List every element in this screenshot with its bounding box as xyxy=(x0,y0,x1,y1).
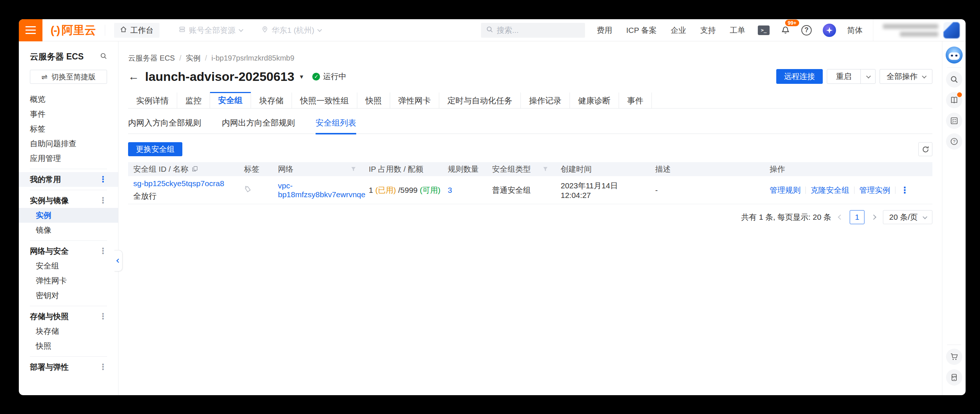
user-avatar[interactable] xyxy=(943,22,960,38)
dock-search-icon[interactable] xyxy=(946,71,962,88)
dock-help-icon[interactable]: ? xyxy=(946,133,962,150)
dock-cart-icon[interactable] xyxy=(946,349,962,365)
subtab-outbound-rules[interactable]: 内网出方向全部规则 xyxy=(222,118,295,134)
nav-link-billing[interactable]: 费用 xyxy=(597,25,612,35)
breadcrumb-ecs[interactable]: 云服务器 ECS xyxy=(128,53,175,63)
language-switch[interactable]: 简体 xyxy=(847,25,862,35)
cloudshell-icon[interactable]: >_ xyxy=(758,25,770,35)
sidebar-item-app-management[interactable]: 应用管理 xyxy=(19,151,118,166)
row-more-dots-icon[interactable]: ⋮ xyxy=(900,186,909,194)
svg-text:?: ? xyxy=(953,139,955,144)
more-dots-icon[interactable]: ⋮ xyxy=(99,196,107,205)
more-dots-icon[interactable]: ⋮ xyxy=(99,175,107,183)
tab-monitoring[interactable]: 监控 xyxy=(177,92,210,108)
sidebar-item-instances[interactable]: 实例 xyxy=(19,208,118,223)
sidebar-item-block-storage[interactable]: 块存储 xyxy=(19,324,118,339)
nav-link-support[interactable]: 支持 xyxy=(700,25,716,35)
tab-operation-records[interactable]: 操作记录 xyxy=(521,92,570,108)
region-selector[interactable]: 华东1 (杭州) xyxy=(261,25,321,35)
sidebar-item-snapshots[interactable]: 快照 xyxy=(19,339,118,353)
notifications-button[interactable]: 99+ xyxy=(781,25,790,36)
breadcrumb: 云服务器 ECS / 实例 / i-bp197psrlmzkrd85kmb9 xyxy=(128,53,932,63)
sg-id-link[interactable]: sg-bp125ckye5tqsp7ocra8 xyxy=(133,179,224,188)
dock-docs-icon[interactable] xyxy=(946,92,962,108)
workbench-button[interactable]: 工作台 xyxy=(114,23,159,38)
tag-icon[interactable] xyxy=(244,185,251,194)
user-account-area[interactable] xyxy=(873,19,960,41)
refresh-button[interactable] xyxy=(918,142,932,156)
subtab-inbound-rules[interactable]: 内网入方向全部规则 xyxy=(128,118,201,134)
switch-to-simple-button[interactable]: ⇌ 切换至简捷版 xyxy=(30,70,107,84)
clone-sg-link[interactable]: 克隆安全组 xyxy=(811,185,850,195)
more-dots-icon[interactable]: ⋮ xyxy=(99,363,107,371)
current-page-button[interactable]: 1 xyxy=(850,210,864,224)
tab-enis[interactable]: 弹性网卡 xyxy=(390,92,439,108)
change-security-group-button[interactable]: 更换安全组 xyxy=(128,142,182,156)
search-input[interactable] xyxy=(497,26,574,35)
manage-rules-link[interactable]: 管理规则 xyxy=(770,185,800,195)
tab-scheduled-tasks[interactable]: 定时与自动化任务 xyxy=(439,92,521,108)
dock-checklist-icon[interactable] xyxy=(946,113,962,129)
sidebar-search-icon[interactable] xyxy=(100,53,107,61)
tab-block-storage[interactable]: 块存储 xyxy=(251,92,292,108)
copy-icon[interactable] xyxy=(192,165,198,174)
resources-icon xyxy=(179,26,186,35)
restart-dropdown-button[interactable] xyxy=(861,69,875,83)
aliyun-logo[interactable]: (-) 阿里云 xyxy=(51,22,96,38)
sidebar-section-storage-snapshots[interactable]: 存储与快照 ⋮ xyxy=(19,309,118,324)
tab-security-groups[interactable]: 安全组 xyxy=(210,92,251,108)
sidebar-section-instances-images[interactable]: 实例与镜像 ⋮ xyxy=(19,193,118,208)
filter-funnel-icon[interactable] xyxy=(351,165,356,174)
ai-assistant-robot-icon[interactable] xyxy=(946,46,963,64)
tab-health-diagnosis[interactable]: 健康诊断 xyxy=(570,92,619,108)
breadcrumb-instances[interactable]: 实例 xyxy=(186,53,200,63)
divider xyxy=(805,186,806,194)
manage-instances-link[interactable]: 管理实例 xyxy=(859,185,890,195)
restart-button[interactable]: 重启 xyxy=(827,69,861,83)
cell-actions: 管理规则 克隆安全组 管理实例 ⋮ xyxy=(764,185,932,195)
vpc-link[interactable]: vpc-bp18mfzsy8bkv7ewrvnqe xyxy=(278,182,366,199)
sidebar-item-tags[interactable]: 标签 xyxy=(19,121,118,136)
more-dots-icon[interactable]: ⋮ xyxy=(99,312,107,320)
hamburger-menu-icon[interactable] xyxy=(19,19,43,41)
filter-funnel-icon[interactable] xyxy=(542,165,548,174)
sidebar-item-overview[interactable]: 概览 xyxy=(19,92,118,107)
global-search-box[interactable] xyxy=(481,23,585,38)
sidebar-item-enis[interactable]: 弹性网卡 xyxy=(19,273,118,288)
favorites-label: 我的常用 xyxy=(30,174,61,185)
rule-count-link[interactable]: 3 xyxy=(448,186,452,194)
sidebar-section-favorites[interactable]: 我的常用 ⋮ xyxy=(19,172,118,187)
acs-sparkle-icon[interactable] xyxy=(823,24,836,37)
nav-link-enterprise[interactable]: 企业 xyxy=(671,25,686,35)
table-toolbar: 更换安全组 xyxy=(128,142,932,156)
col-header-created: 创建时间 xyxy=(555,164,650,174)
sidebar-collapse-handle[interactable] xyxy=(115,250,123,271)
next-page-icon[interactable] xyxy=(871,215,876,220)
more-dots-icon[interactable]: ⋮ xyxy=(99,247,107,255)
account-scope-dropdown[interactable]: 账号全部资源 xyxy=(179,25,242,35)
page-size-select[interactable]: 20 条/页 xyxy=(883,210,932,224)
sidebar-item-images[interactable]: 镜像 xyxy=(19,223,118,237)
all-actions-dropdown[interactable]: 全部操作 xyxy=(880,69,932,84)
help-icon[interactable]: ? xyxy=(801,25,812,35)
sidebar-item-security-groups[interactable]: 安全组 xyxy=(19,258,118,273)
tab-instance-details[interactable]: 实例详情 xyxy=(128,92,177,108)
title-caret-down-icon[interactable]: ▼ xyxy=(299,73,304,80)
back-arrow-icon[interactable]: ← xyxy=(128,71,139,82)
dock-app-icon[interactable]: APP xyxy=(946,369,962,385)
tab-snapshots[interactable]: 快照 xyxy=(357,92,390,108)
prev-page-icon[interactable] xyxy=(838,215,843,220)
sidebar-item-key-pairs[interactable]: 密钥对 xyxy=(19,288,118,303)
nav-link-tickets[interactable]: 工单 xyxy=(730,25,745,35)
nav-link-icp[interactable]: ICP 备案 xyxy=(627,25,657,35)
sidebar-item-self-diagnosis[interactable]: 自助问题排查 xyxy=(19,136,118,151)
switch-to-simple-label: 切换至简捷版 xyxy=(51,72,95,82)
tab-snapshot-consistency-groups[interactable]: 快照一致性组 xyxy=(292,92,357,108)
remote-connect-button[interactable]: 远程连接 xyxy=(776,69,823,84)
sidebar-section-deploy-elasticity[interactable]: 部署与弹性 ⋮ xyxy=(19,360,118,374)
tab-events[interactable]: 事件 xyxy=(619,92,652,108)
sidebar-section-network-security[interactable]: 网络与安全 ⋮ xyxy=(19,244,118,258)
all-actions-label: 全部操作 xyxy=(887,71,918,81)
subtab-security-group-list[interactable]: 安全组列表 xyxy=(316,118,356,134)
sidebar-item-events[interactable]: 事件 xyxy=(19,107,118,121)
